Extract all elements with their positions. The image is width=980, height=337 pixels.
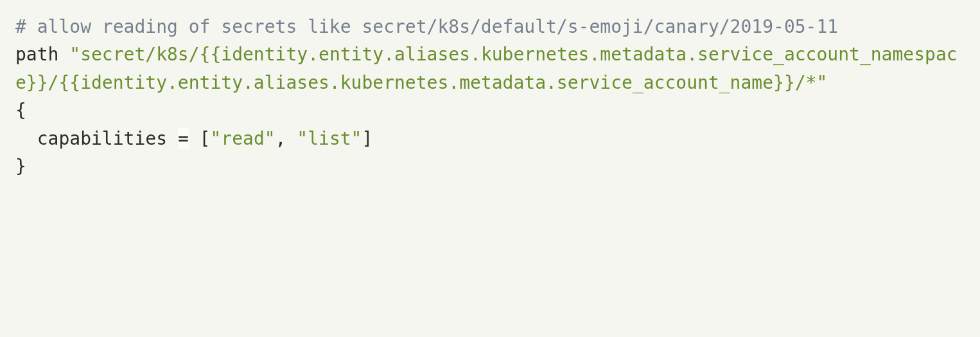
code-string-path: "secret/k8s/{{identity.entity.aliases.ku… (15, 44, 958, 93)
code-keyword-path: path (15, 44, 58, 65)
code-space (286, 128, 297, 149)
code-bracket-open: [ (200, 128, 211, 149)
code-space (58, 44, 69, 65)
code-ident-capabilities: capabilities (37, 128, 167, 149)
code-comment: # allow reading of secrets like secret/k… (15, 16, 838, 37)
code-op-eq: = (178, 128, 189, 149)
code-space (167, 128, 178, 149)
code-string-list: "list" (297, 128, 362, 149)
code-brace-close: } (15, 156, 26, 177)
code-space (189, 128, 200, 149)
code-comma: , (276, 128, 286, 149)
code-block: # allow reading of secrets like secret/k… (0, 0, 980, 198)
code-brace-open: { (15, 100, 26, 121)
code-string-read: "read" (210, 128, 275, 149)
code-bracket-close: ] (362, 128, 372, 149)
code-indent (15, 128, 37, 149)
